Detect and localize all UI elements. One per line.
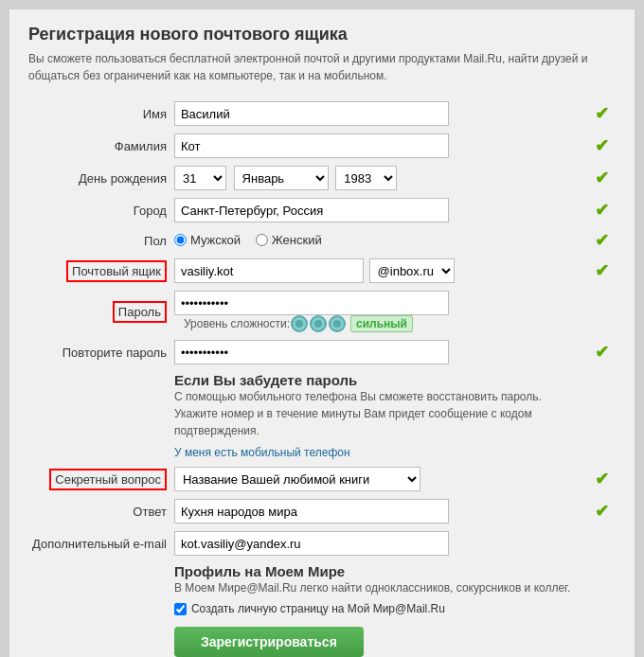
name-row: Имя ✔ — [28, 98, 616, 130]
password-check — [587, 287, 616, 336]
confirm-password-input-cell — [170, 336, 587, 368]
page-subtitle: Вы сможете пользоваться бесплатной элект… — [28, 50, 616, 84]
city-checkmark: ✔ — [595, 201, 609, 220]
surname-input-cell — [170, 130, 587, 162]
gender-female-text: Женский — [272, 233, 322, 247]
gender-female-label[interactable]: Женский — [256, 233, 322, 247]
gender-checkmark: ✔ — [595, 231, 609, 250]
confirm-password-input[interactable] — [174, 340, 449, 364]
email-row: Почтовый ящик @inbox.ru @mail.ru @list.r… — [28, 255, 616, 287]
confirm-password-checkmark: ✔ — [595, 343, 609, 362]
name-input[interactable] — [174, 101, 449, 126]
secret-question-input-cell: Название Вашей любимой книги — [170, 463, 587, 495]
birthday-label: День рождения — [28, 162, 170, 194]
strength-icon-1 — [291, 315, 308, 332]
profile-checkbox[interactable] — [174, 603, 187, 615]
name-check: ✔ — [587, 98, 616, 130]
surname-row: Фамилия ✔ — [28, 130, 616, 162]
empty-cell-1 — [28, 368, 170, 463]
answer-input[interactable] — [174, 499, 449, 524]
gender-female-radio[interactable] — [256, 234, 268, 246]
profile-section-row: Профиль на Моем Мире В Моем Мире@Mail.Ru… — [28, 559, 616, 657]
gender-check: ✔ — [587, 226, 616, 255]
city-label: Город — [28, 194, 170, 226]
gender-label: Пол — [28, 226, 170, 255]
profile-section-title: Профиль на Моем Мире — [174, 563, 612, 579]
secret-question-checkmark: ✔ — [595, 470, 609, 488]
name-input-cell — [170, 98, 587, 130]
city-input[interactable] — [174, 198, 449, 222]
surname-input[interactable] — [174, 133, 449, 158]
password-recovery-section-cell: Если Вы забудете пароль С помощью мобиль… — [170, 368, 616, 463]
secret-question-select[interactable]: Название Вашей любимой книги — [174, 467, 420, 491]
page-container: Регистрация нового почтового ящика Вы см… — [9, 9, 635, 657]
extra-email-label: Дополнительный e-mail — [28, 527, 170, 559]
gender-male-radio[interactable] — [174, 234, 187, 246]
password-label: Пароль — [113, 301, 167, 323]
submit-container: Зарегистрироваться — [174, 615, 612, 657]
gender-male-label[interactable]: Мужской — [174, 233, 241, 247]
city-row: Город ✔ — [28, 194, 616, 226]
email-checkmark: ✔ — [595, 261, 609, 280]
mobile-link[interactable]: У меня есть мобильный телефон — [174, 446, 350, 459]
birthday-check: ✔ — [587, 162, 616, 194]
email-check: ✔ — [587, 255, 616, 287]
password-section-title: Если Вы забудете пароль — [174, 372, 612, 388]
gender-row: Пол Мужской Женский ✔ — [28, 226, 616, 255]
submit-button[interactable]: Зарегистрироваться — [174, 627, 364, 657]
gender-male-text: Мужской — [190, 233, 241, 247]
registration-form: Имя ✔ Фамилия ✔ День рождения 31 — [28, 98, 616, 657]
profile-checkbox-label: Создать личную страницу на Мой Мир@Mail.… — [191, 602, 445, 615]
birthday-year-select[interactable]: 1983 — [335, 166, 397, 190]
email-input[interactable] — [174, 258, 364, 283]
extra-email-input[interactable] — [174, 531, 449, 556]
birthday-day-select[interactable]: 31 — [174, 166, 226, 190]
city-input-cell — [170, 194, 587, 226]
password-recovery-section-row: Если Вы забудете пароль С помощью мобиль… — [28, 368, 616, 463]
birthday-month-select[interactable]: Январь — [234, 166, 329, 190]
password-section-sub2: Укажите номер и в течение минуты Вам при… — [174, 405, 612, 439]
answer-check: ✔ — [587, 495, 616, 527]
profile-section-cell: Профиль на Моем Мире В Моем Мире@Mail.Ru… — [170, 559, 616, 657]
confirm-password-row: Повторите пароль ✔ — [28, 336, 616, 368]
password-strength-text: Уровень сложности: — [184, 317, 290, 330]
empty-cell-2 — [28, 559, 170, 657]
birthday-input-cell: 31 Январь 1983 — [170, 162, 587, 194]
gender-input-cell: Мужской Женский — [170, 226, 587, 255]
name-label: Имя — [28, 98, 170, 130]
surname-label: Фамилия — [28, 130, 170, 162]
surname-check: ✔ — [587, 130, 616, 162]
strength-label: сильный — [350, 315, 413, 332]
secret-question-check: ✔ — [587, 463, 616, 495]
password-row: Пароль Уровень сложности: сильный — [28, 287, 616, 336]
email-input-cell: @inbox.ru @mail.ru @list.ru @bk.ru — [170, 255, 587, 287]
secret-question-label-cell: Секретный вопрос — [28, 463, 170, 495]
city-check: ✔ — [587, 194, 616, 226]
answer-input-cell — [170, 495, 587, 527]
secret-question-label: Секретный вопрос — [49, 469, 167, 490]
extra-email-input-cell — [170, 527, 587, 559]
extra-email-row: Дополнительный e-mail — [28, 527, 616, 559]
confirm-password-label: Повторите пароль — [28, 336, 170, 368]
answer-row: Ответ ✔ — [28, 495, 616, 527]
strength-icon-2 — [310, 315, 327, 332]
password-input[interactable] — [174, 291, 449, 315]
name-checkmark: ✔ — [595, 104, 609, 123]
birthday-checkmark: ✔ — [595, 169, 609, 187]
profile-checkbox-row: Создать личную страницу на Мой Мир@Mail.… — [174, 602, 612, 615]
answer-checkmark: ✔ — [595, 502, 609, 521]
email-label-cell: Почтовый ящик — [28, 255, 170, 287]
confirm-password-check: ✔ — [587, 336, 616, 368]
surname-checkmark: ✔ — [595, 136, 609, 155]
password-section-sub1: С помощью мобильного телефона Вы сможете… — [174, 388, 612, 405]
answer-label: Ответ — [28, 495, 170, 527]
profile-section-sub: В Моем Мире@Mail.Ru легко найти одноклас… — [174, 579, 612, 596]
email-domain-select[interactable]: @inbox.ru @mail.ru @list.ru @bk.ru — [369, 258, 455, 283]
password-label-cell: Пароль — [28, 287, 170, 336]
email-label: Почтовый ящик — [66, 260, 167, 282]
birthday-row: День рождения 31 Январь 1983 ✔ — [28, 162, 616, 194]
page-title: Регистрация нового почтового ящика — [28, 25, 616, 44]
password-input-cell: Уровень сложности: сильный — [170, 287, 587, 336]
password-strength-container: Уровень сложности: сильный — [184, 315, 413, 332]
secret-question-row: Секретный вопрос Название Вашей любимой … — [28, 463, 616, 495]
